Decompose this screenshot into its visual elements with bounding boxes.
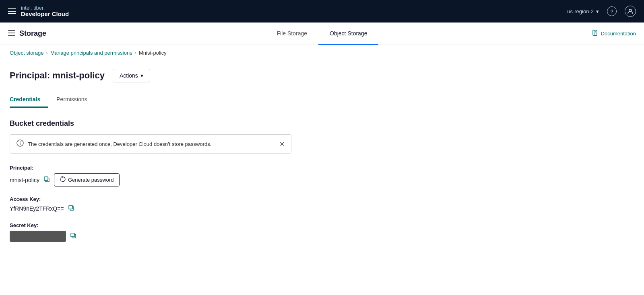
secret-key-copy-icon[interactable] (70, 232, 76, 240)
user-icon[interactable] (625, 6, 636, 17)
info-circle-icon (17, 139, 24, 148)
breadcrumb: Object storage › Manage principals and p… (0, 45, 644, 61)
storage-header-left: Storage (8, 29, 217, 38)
svg-rect-14 (69, 205, 72, 209)
generate-btn-icon (60, 176, 66, 183)
field-group-secret-key: Secret Key: (10, 222, 634, 242)
top-nav-left: intel. tiber. Developer Cloud (8, 5, 69, 18)
region-dropdown-icon: ▾ (596, 8, 599, 14)
principal-row: mnist-policy Generate password (10, 173, 634, 186)
svg-rect-2 (8, 33, 15, 33)
page-heading-row: Principal: mnist-policy Actions ▾ (10, 69, 634, 82)
region-label: us-region-2 (567, 8, 594, 14)
svg-point-10 (20, 141, 21, 142)
section-title-bucket-credentials: Bucket credentials (10, 119, 634, 128)
breadcrumb-object-storage[interactable]: Object storage (10, 50, 44, 56)
principal-value: mnist-policy (10, 177, 39, 183)
access-key-row: YfRN9nEy2TFRxQ== (10, 205, 634, 213)
breadcrumb-current: Mnist-policy (139, 50, 167, 56)
secret-key-row (10, 231, 634, 242)
doc-icon (592, 30, 599, 38)
svg-rect-16 (71, 233, 74, 237)
top-navbar: intel. tiber. Developer Cloud us-region-… (0, 0, 644, 23)
storage-menu-icon[interactable] (8, 29, 15, 38)
svg-point-0 (629, 9, 632, 12)
documentation-link[interactable]: Documentation (592, 30, 636, 38)
storage-tabs: File Storage Object Storage (217, 23, 427, 45)
access-key-label: Access Key: (10, 196, 634, 202)
region-selector[interactable]: us-region-2 ▾ (567, 8, 599, 14)
actions-button[interactable]: Actions ▾ (113, 69, 150, 82)
info-banner: The credentials are generated once, Deve… (10, 134, 291, 154)
tab-permissions[interactable]: Permissions (56, 92, 95, 108)
doc-label: Documentation (601, 31, 636, 37)
brand-bottom: Developer Cloud (21, 11, 69, 18)
tab-credentials[interactable]: Credentials (10, 92, 48, 108)
generate-btn-label: Generate password (68, 177, 114, 183)
breadcrumb-sep-2: › (135, 50, 136, 56)
actions-dropdown-icon: ▾ (140, 72, 143, 79)
field-group-principal: Principal: mnist-policy Generate passwor… (10, 165, 634, 186)
help-icon[interactable]: ? (607, 6, 617, 16)
secret-key-label: Secret Key: (10, 222, 634, 228)
info-banner-close-icon[interactable]: ✕ (279, 140, 285, 148)
svg-rect-1 (8, 30, 15, 31)
main-content: Principal: mnist-policy Actions ▾ Creden… (0, 61, 644, 260)
svg-rect-12 (44, 177, 48, 180)
generate-password-button[interactable]: Generate password (54, 173, 120, 186)
access-key-copy-icon[interactable] (68, 205, 74, 213)
info-banner-left: The credentials are generated once, Deve… (17, 139, 211, 148)
brand-logo: intel. tiber. Developer Cloud (21, 5, 69, 18)
breadcrumb-manage-principals[interactable]: Manage principals and permissions (50, 50, 132, 56)
hamburger-icon[interactable] (8, 8, 16, 14)
credentials-tabs-bar: Credentials Permissions (10, 92, 634, 108)
field-group-access-key: Access Key: YfRN9nEy2TFRxQ== (10, 196, 634, 213)
principal-label: Principal: (10, 165, 634, 171)
info-banner-text: The credentials are generated once, Deve… (28, 141, 211, 147)
storage-header: Storage File Storage Object Storage Docu… (0, 23, 644, 45)
access-key-value: YfRN9nEy2TFRxQ== (10, 205, 64, 212)
brand-top: intel. tiber. (21, 5, 69, 11)
actions-label: Actions (120, 72, 138, 79)
svg-rect-3 (8, 35, 15, 36)
secret-key-masked-value (10, 231, 66, 242)
top-nav-right: us-region-2 ▾ ? (567, 6, 636, 17)
breadcrumb-sep-1: › (46, 50, 48, 56)
tab-object-storage[interactable]: Object Storage (318, 23, 378, 45)
principal-copy-icon[interactable] (43, 176, 50, 184)
page-title: Principal: mnist-policy (10, 70, 105, 81)
tab-file-storage[interactable]: File Storage (266, 23, 318, 45)
storage-title: Storage (19, 29, 46, 38)
storage-header-right: Documentation (427, 30, 636, 38)
